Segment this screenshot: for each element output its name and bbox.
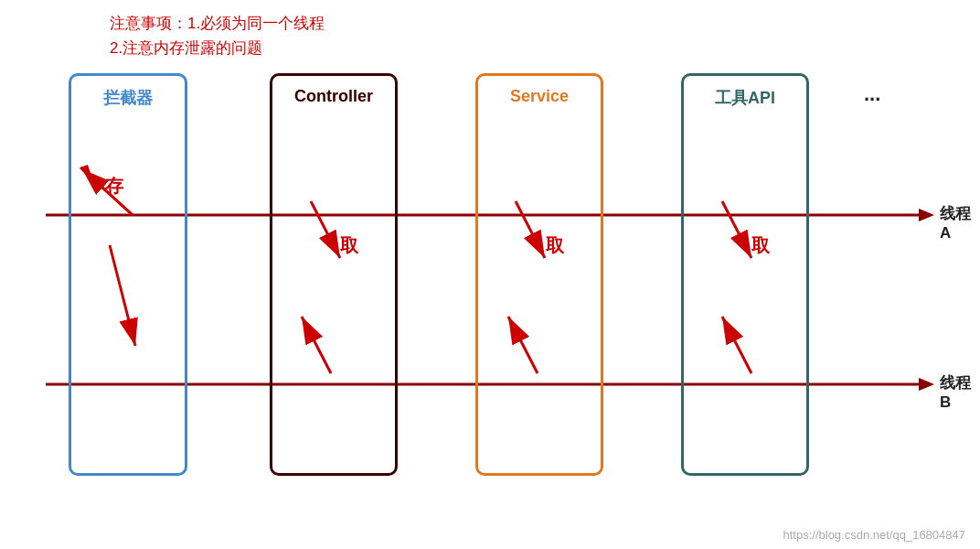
service-box: Service: [475, 73, 603, 476]
toolapi-take-label: 取: [751, 233, 770, 258]
dots-label: ...: [864, 82, 880, 106]
thread-b-label: 线程B: [940, 372, 980, 412]
service-label: Service: [478, 87, 601, 106]
toolapi-box: 工具API: [681, 73, 809, 476]
controller-box: Controller: [270, 73, 398, 476]
thread-a-label: 线程A: [940, 203, 980, 242]
note-line1: 注意事项：1.必须为同一个线程: [110, 11, 325, 36]
controller-take-label: 取: [340, 233, 358, 258]
note-text: 注意事项：1.必须为同一个线程 2.注意内存泄露的问题: [110, 11, 325, 60]
svg-marker-3: [919, 378, 934, 391]
svg-marker-1: [919, 209, 934, 221]
interceptor-box: 拦截器: [69, 73, 187, 476]
watermark: https://blog.csdn.net/qq_16804847: [783, 528, 966, 542]
interceptor-label: 拦截器: [71, 87, 185, 109]
toolapi-label: 工具API: [684, 87, 806, 109]
store-label: 存: [105, 174, 123, 199]
note-line2: 2.注意内存泄露的问题: [110, 36, 325, 60]
service-take-label: 取: [546, 233, 564, 258]
controller-label: Controller: [272, 87, 395, 106]
diagram-canvas: 注意事项：1.必须为同一个线程 2.注意内存泄露的问题: [0, 0, 980, 549]
